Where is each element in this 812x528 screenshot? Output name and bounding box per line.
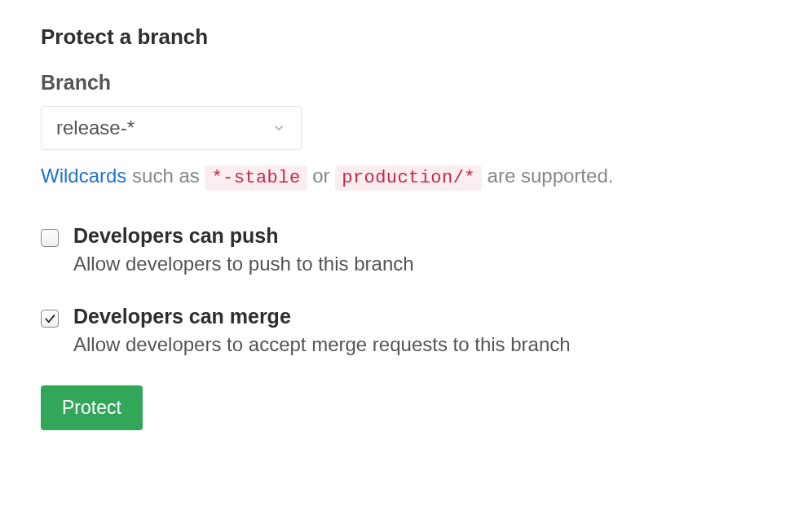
helper-text-3: are supported. — [482, 165, 613, 187]
developers-can-merge-checkbox[interactable] — [41, 310, 59, 328]
branch-label: Branch — [41, 71, 771, 95]
developers-can-push-desc: Allow developers to push to this branch — [73, 253, 771, 275]
developers-can-merge-title: Developers can merge — [73, 305, 771, 328]
developers-can-push-title: Developers can push — [73, 224, 771, 248]
developers-can-push-checkbox[interactable] — [41, 229, 59, 247]
code-example-1: *-stable — [205, 165, 307, 191]
code-example-2: production/* — [335, 165, 482, 191]
branch-selected-value: release-* — [56, 117, 135, 139]
wildcards-link[interactable]: Wildcards — [41, 165, 126, 187]
helper-text: Wildcards such as *-stable or production… — [41, 161, 771, 191]
developers-can-merge-desc: Allow developers to accept merge request… — [73, 333, 771, 356]
chevron-down-icon — [271, 121, 286, 135]
helper-text-1: such as — [126, 165, 205, 187]
helper-text-2: or — [307, 165, 336, 187]
branch-dropdown[interactable]: release-* — [41, 106, 302, 150]
page-title: Protect a branch — [41, 24, 771, 50]
protect-button[interactable]: Protect — [41, 385, 143, 430]
